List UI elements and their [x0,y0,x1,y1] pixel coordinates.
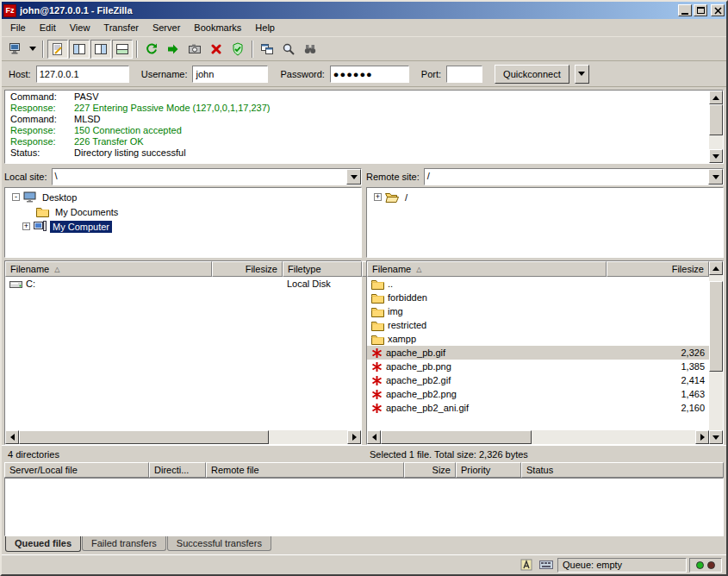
scroll-track[interactable] [19,430,347,444]
scroll-up-button[interactable] [709,91,723,104]
find-files-button[interactable] [300,40,320,59]
toggle-remote-treeview-button[interactable] [90,40,111,59]
compare-button[interactable] [257,40,277,59]
titlebar[interactable]: Fz john@127.0.0.1 - FileZilla [2,2,726,19]
remote-list-header: Filename△ Filesize [367,261,709,277]
remote-file-row[interactable]: apache_pb2.png 1,463 [367,387,709,401]
scroll-left-button[interactable] [5,430,19,444]
scroll-left-button[interactable] [367,430,381,444]
column-header-filename[interactable]: Filename△ [367,261,607,277]
tree-item-root[interactable]: + / [367,190,723,204]
close-button[interactable] [711,4,725,16]
site-manager-dropdown-button[interactable] [27,40,39,59]
speed-limit-indicator[interactable] [538,558,555,572]
expand-box-icon[interactable]: + [22,222,30,230]
remote-file-row[interactable]: apache_pb.png 1,385 [367,360,709,373]
remote-site-combo[interactable]: / [424,168,724,185]
tree-item-desktop[interactable]: - Desktop [5,190,361,204]
refresh-button[interactable] [141,40,162,59]
scroll-up-button[interactable] [709,261,723,275]
remote-file-row[interactable]: forbidden [367,291,709,304]
tab-successful-transfers[interactable]: Successful transfers [167,536,271,551]
menu-file[interactable]: File [3,20,33,35]
menu-bookmarks[interactable]: Bookmarks [187,20,248,35]
menu-view[interactable]: View [63,20,97,35]
tree-item-my-computer[interactable]: + My Computer [5,219,361,234]
remote-file-row[interactable]: apache_pb2_ani.gif 2,160 [367,401,709,415]
remote-horizontal-scrollbar[interactable] [367,430,709,444]
minimize-button[interactable] [678,4,692,16]
quickconnect-dropdown-button[interactable] [575,65,589,84]
maximize-button[interactable] [694,4,707,16]
column-header-priority[interactable]: Priority [456,462,521,478]
toggle-local-treeview-button[interactable] [69,40,90,59]
scroll-thumb[interactable] [381,430,532,444]
remote-file-row[interactable]: img [367,304,709,318]
remote-file-row[interactable]: .. [367,277,709,291]
remote-file-row[interactable]: apache_pb2.gif 2,414 [367,373,709,387]
remote-file-row-selected[interactable]: apache_pb.gif 2,326 [367,346,709,360]
scroll-down-button[interactable] [709,430,723,444]
collapse-box-icon[interactable]: - [12,193,20,201]
local-file-row[interactable]: C: Local Disk [5,277,361,291]
local-horizontal-scrollbar[interactable] [5,430,361,444]
folder-icon [371,334,384,345]
column-header-filesize[interactable]: Filesize [607,261,709,277]
process-queue-button[interactable] [163,40,184,59]
remote-vertical-scrollbar[interactable] [709,261,723,444]
tree-item-my-documents[interactable]: My Documents [5,204,361,219]
username-input[interactable] [192,66,268,83]
host-input[interactable] [36,66,129,83]
password-input[interactable] [330,66,409,83]
log-vertical-scrollbar[interactable] [709,91,723,163]
port-input[interactable] [446,66,482,83]
scroll-thumb[interactable] [709,104,723,135]
transfer-type-indicator[interactable] [518,558,535,572]
menu-help[interactable]: Help [248,20,282,35]
menu-server[interactable]: Server [146,20,187,35]
scroll-right-button[interactable] [695,430,709,444]
column-header-status[interactable]: Status [521,462,724,478]
scroll-track[interactable] [709,275,723,430]
scroll-down-button[interactable] [709,149,723,163]
column-header-size[interactable]: Size [404,462,456,478]
local-site-dropdown-button[interactable] [346,169,361,185]
tab-failed-transfers[interactable]: Failed transfers [82,536,166,551]
column-header-filesize[interactable]: Filesize [212,261,283,277]
window-title: john@127.0.0.1 - FileZilla [20,5,678,16]
site-manager-button[interactable] [5,40,26,59]
toggle-transfer-queue-button[interactable] [112,40,133,59]
search-button[interactable] [278,40,299,59]
toggle-message-log-button[interactable] [47,40,68,59]
queue-list-area[interactable] [4,478,724,536]
remote-site-dropdown-button[interactable] [708,169,723,185]
toolbar-separator [136,41,138,58]
column-header-filename[interactable]: Filename△ [5,261,212,277]
verify-button[interactable] [227,40,248,59]
remote-file-row[interactable]: restricted [367,318,709,332]
local-file-list: Filename△ Filesize Filetype L C: Loca [4,260,362,445]
arrow-down-icon [712,435,719,440]
scroll-track[interactable] [709,104,723,149]
column-header-direction[interactable]: Directi... [149,462,206,478]
scroll-right-button[interactable] [347,430,361,444]
local-site-combo[interactable]: \ [52,168,362,185]
expand-box-icon[interactable]: + [374,193,382,201]
menu-edit[interactable]: Edit [33,20,63,35]
search-icon [282,42,296,56]
scroll-track[interactable] [381,430,695,444]
column-header-server-local-file[interactable]: Server/Local file [4,462,149,478]
menu-transfer[interactable]: Transfer [96,20,146,35]
column-header-filetype[interactable]: Filetype [283,261,362,277]
sort-ascending-icon: △ [54,266,59,273]
quickconnect-button[interactable]: Quickconnect [495,65,569,84]
preview-button[interactable] [184,40,205,59]
remote-file-row[interactable]: xampp [367,332,709,346]
sort-ascending-icon: △ [416,266,421,273]
tab-queued-files[interactable]: Queued files [5,536,81,552]
process-queue-icon [166,42,180,56]
scroll-thumb[interactable] [19,430,269,444]
column-header-remote-file[interactable]: Remote file [206,462,404,478]
scroll-thumb[interactable] [709,281,723,371]
abort-button[interactable] [206,40,227,59]
